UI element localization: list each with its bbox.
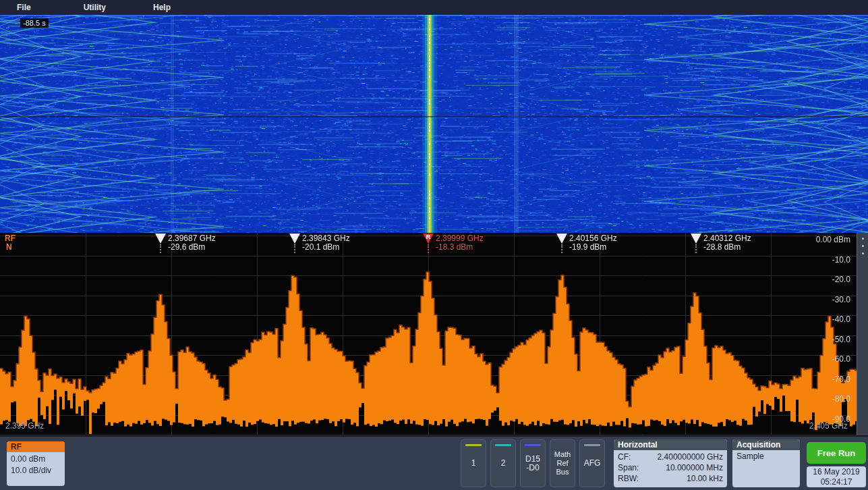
marker-readout: 2.39999 GHz -18.3 dBm [436, 234, 484, 252]
cf-label: CF: [618, 452, 631, 462]
rf-settings-card[interactable]: RF 0.00 dBm 10.0 dB/div [7, 441, 65, 486]
marker-leader-line [561, 244, 562, 253]
ref-label: Ref [556, 459, 568, 468]
channel-button-bar-0 [465, 444, 482, 446]
stop-frequency-label: 2.405 GHz [809, 421, 848, 431]
horizontal-settings-card[interactable]: Horizontal CF: 2.400000000 GHz Span: 10.… [614, 439, 727, 487]
marker-amplitude: -19.9 dBm [569, 243, 617, 252]
channel-1-label: 1 [471, 459, 476, 468]
bus-label: Bus [556, 468, 569, 477]
marker-leader-line [294, 244, 295, 253]
horizontal-card-title: Horizontal [614, 439, 727, 450]
handle-dot [862, 238, 864, 240]
menu-utility[interactable]: Utility [84, 3, 106, 12]
acquisition-mode: Sample [732, 450, 800, 487]
channel-2-button[interactable]: 2 [490, 439, 516, 487]
marker-readout: 2.40312 GHz -28.8 dBm [703, 234, 751, 252]
y-tick-m30: -30.0 [832, 295, 850, 315]
menu-file[interactable]: File [17, 3, 31, 12]
marker-readout: 2.39687 GHz -29.6 dBm [168, 234, 216, 252]
acquisition-card-title: Acquisition [732, 439, 800, 450]
start-frequency-label: 2.395 GHz [5, 421, 44, 431]
marker-leader-line [428, 244, 429, 253]
marker-readout: 2.39843 GHz -20.1 dBm [302, 234, 350, 252]
channel-button-bar-2 [525, 444, 541, 446]
spectrum-trace-plot [0, 233, 857, 435]
rbw-value: 10.00 kHz [687, 473, 723, 484]
afg-label: AFG [584, 459, 601, 468]
y-tick-m70: -70.0 [832, 375, 850, 395]
channel-button-bar-4 [584, 444, 600, 446]
digital-label-line2: -D0 [526, 464, 539, 472]
rf-channel-badge[interactable]: RF N [5, 234, 16, 252]
handle-dot [862, 252, 864, 254]
channel-1-button[interactable]: 1 [461, 439, 486, 487]
span-value: 10.000000 MHz [666, 462, 723, 473]
status-bar: RF 0.00 dBm 10.0 dB/div 1 2 D15 -D0 Math… [0, 435, 868, 490]
marker-readout: 2.40156 GHz -19.9 dBm [569, 234, 617, 252]
y-tick-m10: -10.0 [832, 255, 850, 275]
amplitude-axis: 0.00 dBm -10.0 -20.0 -30.0 -40.0 -50.0 -… [816, 235, 850, 434]
datetime-display: 16 May 2019 05:24:17 [807, 466, 866, 487]
spectrum-panel: RF N 2.39687 GHz -29.6 dBm 2.39843 GHz -… [0, 233, 868, 435]
handle-dot [862, 245, 864, 247]
rbw-label: RBW: [618, 473, 639, 484]
menu-help[interactable]: Help [153, 3, 171, 12]
date-label: 16 May 2019 [807, 467, 866, 477]
y-tick-m80: -80.0 [832, 394, 850, 414]
spectrogram-panel: -88.5 s [0, 15, 868, 234]
results-bar-handle[interactable] [857, 233, 868, 435]
channel-button-bar-1 [495, 444, 511, 446]
acquisition-card[interactable]: Acquisition Sample [732, 439, 800, 487]
spectrogram-time-label: -88.5 s [20, 18, 49, 28]
rf-ref-level: 0.00 dBm [11, 454, 61, 465]
free-run-button[interactable]: Free Run [807, 442, 866, 464]
y-tick-0dbm: 0.00 dBm [816, 235, 850, 255]
marker-leader-line [160, 244, 161, 253]
digital-label-line1: D15 [525, 455, 540, 464]
cf-value: 2.400000000 GHz [658, 452, 723, 462]
channel-2-label: 2 [501, 459, 506, 468]
y-tick-m40: -40.0 [832, 315, 850, 335]
oscilloscope-screen: File Utility Help -88.5 s RF N 2.39687 G… [0, 0, 868, 490]
marker-amplitude: -28.8 dBm [703, 243, 751, 252]
time-label: 05:24:17 [807, 477, 866, 487]
rf-card-title: RF [7, 441, 65, 452]
normal-trace-badge: N [6, 243, 16, 252]
menu-bar: File Utility Help [0, 0, 868, 15]
spectrogram-waterfall [0, 15, 868, 233]
rf-scale: 10.0 dB/div [11, 465, 61, 477]
rf-badge-label: RF [5, 234, 16, 243]
marker-amplitude: -20.1 dBm [302, 243, 350, 252]
marker-leader-line [695, 244, 697, 253]
y-tick-m50: -50.0 [832, 335, 850, 355]
digital-channels-button[interactable]: D15 -D0 [520, 439, 546, 487]
math-label: Math [554, 450, 571, 459]
marker-amplitude: -29.6 dBm [168, 243, 216, 252]
marker-amplitude: -18.3 dBm [436, 243, 484, 252]
afg-button[interactable]: AFG [579, 439, 605, 487]
y-tick-m20: -20.0 [832, 275, 850, 295]
span-label: Span: [618, 462, 639, 473]
y-tick-m60: -60.0 [832, 354, 850, 375]
math-ref-bus-button[interactable]: Math Ref Bus [550, 439, 575, 487]
